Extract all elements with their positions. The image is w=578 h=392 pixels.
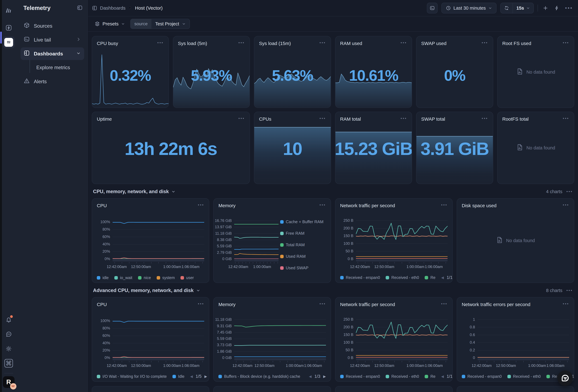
sidebar-item-alerts[interactable]: Alerts: [21, 75, 84, 88]
legend-item[interactable]: user: [181, 275, 194, 280]
card-menu-icon[interactable]: •••: [563, 41, 569, 45]
command-menu-icon[interactable]: ⌘: [3, 357, 15, 369]
chart-plot[interactable]: 00.20.40.60.8112:42:00am12:50:00am1:00:0…: [478, 316, 569, 358]
time-range-button[interactable]: Last 30 minutes: [441, 3, 496, 13]
add-chart-button[interactable]: [542, 3, 549, 13]
card-menu-icon[interactable]: •••: [401, 116, 407, 120]
quick-actions-button[interactable]: [553, 3, 560, 13]
legend-label: Re: [552, 374, 557, 379]
chart-plot[interactable]: 0 GiB2.79 GiB5.59 GiB8.38 GiB11.18 GiB13…: [234, 217, 278, 259]
card-menu-icon[interactable]: •••: [239, 116, 245, 120]
chart-plot[interactable]: 0 B50 B100 B150 B200 B250 B12:42:00am12:…: [356, 217, 448, 259]
card-menu-icon[interactable]: •••: [563, 203, 569, 207]
card-menu-icon[interactable]: •••: [320, 203, 326, 207]
legend-item[interactable]: Received - erspan0: [340, 374, 380, 379]
source-filter[interactable]: source Test Project: [130, 19, 190, 29]
axis-tick: [122, 361, 122, 362]
chart-plot[interactable]: 0%20%40%60%80%100%12:42:00am12:50:00am1:…: [113, 316, 204, 358]
feedback-icon[interactable]: [3, 328, 15, 340]
legend-item[interactable]: system: [157, 275, 175, 280]
legend-item[interactable]: Buffers - Block device (e.g. harddisk) c…: [218, 374, 300, 379]
legend-item[interactable]: Received - eth0: [507, 374, 541, 379]
sidebar-item-explore-metrics[interactable]: Explore metrics: [21, 61, 84, 74]
legend-item[interactable]: Idle: [172, 374, 185, 379]
card-menu-icon[interactable]: •••: [320, 116, 326, 120]
section-toggle[interactable]: Advanced CPU, memory, network, and disk: [93, 288, 200, 293]
legend-item[interactable]: Used RAM: [280, 254, 326, 259]
y-axis-label: 250 B: [343, 317, 353, 322]
chat-fab[interactable]: [557, 371, 573, 386]
legend-item[interactable]: io_wait: [114, 275, 132, 280]
legend-item[interactable]: nice: [138, 275, 151, 280]
legend-item[interactable]: Total RAM: [280, 243, 326, 247]
refresh-interval-button[interactable]: 15s: [513, 3, 533, 13]
legend-item[interactable]: Re: [425, 275, 435, 280]
section-toggle[interactable]: CPU, memory, network, and disk: [93, 189, 175, 195]
section-menu-icon[interactable]: •••: [567, 288, 573, 293]
pagination-prev-icon[interactable]: ◀: [309, 375, 312, 379]
sidebar-item-dashboards[interactable]: Dashboards: [21, 47, 84, 60]
x-axis-label: 1:06:00am: [304, 363, 322, 368]
card-menu-icon[interactable]: •••: [239, 41, 245, 45]
card-menu-icon[interactable]: •••: [320, 302, 326, 306]
axis-tick: [260, 262, 260, 263]
pagination-prev-icon[interactable]: ◀: [441, 375, 444, 379]
time-axis-band[interactable]: [356, 259, 448, 261]
time-axis-band[interactable]: [356, 358, 448, 360]
time-axis-band[interactable]: [234, 358, 326, 360]
console-button[interactable]: [427, 3, 438, 13]
legend-swatch: [280, 243, 284, 247]
pagination-next-icon[interactable]: ▶: [323, 375, 326, 379]
sidebar-item-live-tail[interactable]: Live tail: [21, 34, 84, 46]
y-axis-label: 60%: [102, 235, 110, 239]
notifications-icon[interactable]: [3, 314, 15, 326]
legend-item[interactable]: Received - erspan0: [340, 275, 380, 280]
legend-item[interactable]: Re: [425, 374, 435, 379]
pagination-next-icon[interactable]: ▶: [204, 375, 207, 379]
card-menu-icon[interactable]: •••: [320, 41, 326, 45]
legend-item[interactable]: Free RAM: [280, 231, 326, 236]
legend-item[interactable]: idle: [97, 275, 109, 280]
card-menu-icon[interactable]: •••: [482, 41, 488, 45]
pagination-page: 1/5: [196, 374, 202, 379]
card-menu-icon[interactable]: •••: [563, 302, 569, 306]
legend-item[interactable]: Cache + Buffer RAM: [280, 219, 326, 224]
pagination-prev-icon[interactable]: ◀: [190, 375, 193, 379]
time-axis-band[interactable]: [113, 358, 204, 360]
time-axis-band[interactable]: [113, 259, 204, 261]
card-menu-icon[interactable]: •••: [198, 203, 204, 207]
card-menu-icon[interactable]: •••: [401, 41, 407, 45]
chart-card: Memory •••0 GiB2.79 GiB5.59 GiB8.38 GiB1…: [213, 198, 331, 283]
card-menu-icon[interactable]: •••: [441, 203, 448, 207]
avatar[interactable]: R NF: [3, 376, 14, 388]
legend-item[interactable]: Used SWAP: [280, 265, 326, 270]
breadcrumb-root[interactable]: Dashboards: [100, 5, 126, 11]
telemetry-nav-icon[interactable]: [3, 36, 15, 48]
card-menu-icon[interactable]: •••: [563, 116, 569, 120]
legend-item[interactable]: Re: [546, 374, 557, 379]
chart-plot[interactable]: 0 GiB1.86 GiB3.73 GiB5.59 GiB7.45 GiB9.3…: [234, 316, 326, 358]
collapse-sidebar-icon[interactable]: [77, 5, 83, 11]
time-axis-band[interactable]: [478, 358, 569, 360]
quickstart-icon[interactable]: [3, 22, 15, 34]
card-menu-icon[interactable]: •••: [198, 302, 204, 306]
card-menu-icon[interactable]: •••: [157, 41, 164, 45]
chart-plot[interactable]: 0 B50 B100 B150 B200 B250 B12:42:00am12:…: [356, 316, 448, 358]
app-logo[interactable]: [3, 4, 15, 16]
card-menu-icon[interactable]: •••: [482, 116, 488, 120]
refresh-button[interactable]: [501, 3, 513, 13]
time-axis-band[interactable]: [234, 259, 278, 261]
sidebar-item-sources[interactable]: Sources: [21, 20, 84, 32]
legend-item[interactable]: Received - eth0: [386, 374, 419, 379]
legend-item[interactable]: Received - eth0: [386, 275, 419, 280]
theme-icon[interactable]: [3, 343, 15, 355]
chart-plot[interactable]: 0%20%40%60%80%100%12:42:00am12:50:00am1:…: [113, 217, 204, 259]
axis-tick: [317, 361, 317, 362]
presets-menu[interactable]: Presets: [95, 21, 125, 27]
section-menu-icon[interactable]: •••: [567, 190, 573, 194]
legend-item[interactable]: Received - erspan0: [462, 374, 502, 379]
legend-item[interactable]: I/O Wait - Waiting for I/O to complete: [97, 374, 167, 379]
card-menu-icon[interactable]: •••: [441, 302, 448, 306]
more-options-button[interactable]: •••: [564, 3, 574, 13]
pagination-prev-icon[interactable]: ◀: [441, 276, 444, 280]
